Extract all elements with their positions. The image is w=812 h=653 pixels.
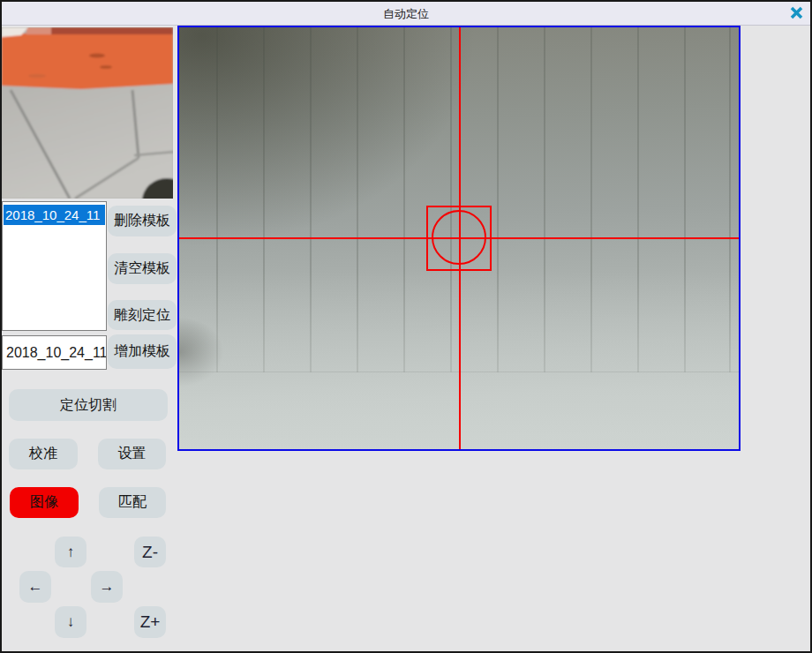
image-button[interactable]: 图像 xyxy=(10,487,79,518)
position-cut-button[interactable]: 定位切割 xyxy=(9,389,168,421)
jog-left-button[interactable]: ← xyxy=(19,571,51,603)
jog-right-button[interactable]: → xyxy=(91,571,123,603)
clear-templates-button[interactable]: 清空模板 xyxy=(108,253,177,284)
calibrate-button[interactable]: 校准 xyxy=(9,439,78,469)
x-close-icon xyxy=(790,6,803,23)
add-template-button[interactable]: 增加模板 xyxy=(108,334,177,369)
jog-z-plus-button[interactable]: Z+ xyxy=(134,606,166,638)
settings-button[interactable]: 设置 xyxy=(98,439,166,469)
close-button[interactable] xyxy=(787,5,805,23)
template-name-input[interactable] xyxy=(2,335,107,370)
jog-up-button[interactable]: ↑ xyxy=(55,537,86,567)
delete-template-button[interactable]: 删除模板 xyxy=(108,206,177,236)
thumbnail-photo-icon xyxy=(2,27,173,199)
template-list-item[interactable]: 2018_10_24_11 xyxy=(4,205,105,225)
template-list[interactable]: 2018_10_24_11 xyxy=(2,201,107,331)
match-button[interactable]: 匹配 xyxy=(99,487,166,518)
camera-viewport xyxy=(177,26,741,451)
template-thumbnail xyxy=(2,27,173,199)
jog-down-button[interactable]: ↓ xyxy=(55,606,86,638)
target-circle-overlay xyxy=(432,210,486,265)
auto-positioning-window: 自动定位 xyxy=(0,0,812,653)
window-title: 自动定位 xyxy=(2,2,810,26)
titlebar: 自动定位 xyxy=(2,2,810,26)
jog-z-minus-button[interactable]: Z- xyxy=(134,537,166,567)
engrave-position-button[interactable]: 雕刻定位 xyxy=(108,300,177,330)
